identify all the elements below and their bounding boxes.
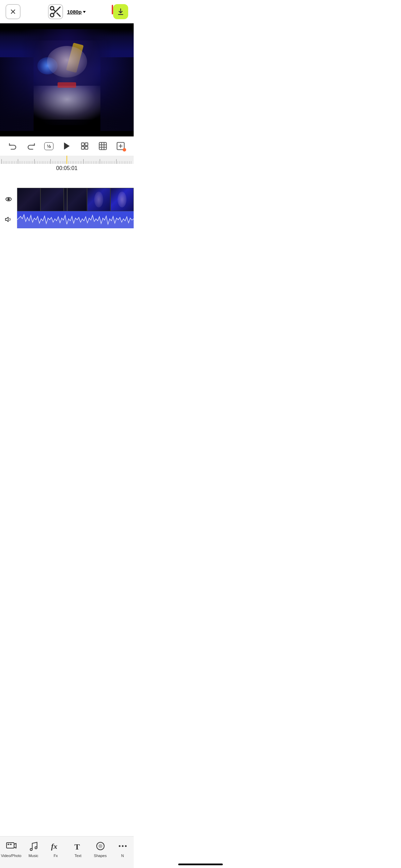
undo-button[interactable]: [7, 140, 19, 152]
center-controls: 1080p: [48, 4, 86, 19]
svg-rect-9: [85, 143, 88, 146]
waveform-svg: [17, 211, 134, 228]
add-overlay-button[interactable]: [114, 140, 127, 152]
face: [47, 46, 87, 77]
frame-2: [40, 188, 64, 211]
orange-dot-indicator: [123, 148, 126, 152]
waveform-display: [17, 211, 134, 228]
scissors-button[interactable]: [48, 4, 63, 19]
timeline-area[interactable]: [0, 174, 134, 269]
timeline-top-space: [0, 174, 134, 188]
speed-display: ¹⁄₂: [44, 142, 54, 150]
transform-button[interactable]: [78, 140, 91, 152]
ruler-tick: [131, 161, 133, 164]
video-track-eye-button[interactable]: [4, 195, 13, 204]
svg-line-5: [57, 13, 60, 16]
frame-4: [87, 188, 110, 211]
quality-label: 1080p: [67, 9, 82, 15]
svg-marker-7: [64, 143, 70, 150]
crop-button[interactable]: [97, 140, 109, 152]
chevron-down-icon: [83, 11, 86, 13]
video-frame: [0, 23, 134, 136]
close-button[interactable]: [5, 4, 21, 19]
speed-label: ¹⁄₂: [47, 144, 51, 149]
frame-1: [17, 188, 40, 211]
playhead-ruler-line: [66, 156, 67, 164]
edit-toolbar: ¹⁄₂: [0, 136, 134, 156]
video-track-eye-container: [0, 188, 17, 211]
frame-5: [110, 188, 134, 211]
track-playhead: [67, 188, 68, 211]
video-preview: [0, 23, 134, 136]
cloak-right: [100, 57, 134, 131]
export-button[interactable]: [113, 4, 128, 19]
speed-button[interactable]: ¹⁄₂: [43, 141, 55, 152]
audio-track-speaker-container: [0, 211, 17, 228]
record-indicator: [112, 5, 113, 14]
red-ribbon: [58, 82, 76, 88]
svg-point-21: [8, 198, 9, 200]
play-button[interactable]: [61, 140, 73, 152]
top-bar: 1080p: [0, 0, 134, 23]
video-track[interactable]: [0, 188, 134, 211]
svg-rect-11: [85, 146, 88, 149]
cloak-left: [0, 57, 34, 131]
outfit-white: [34, 86, 100, 120]
video-frames-strip: [17, 188, 134, 211]
timecode-display: 00:05:01: [0, 164, 134, 174]
svg-marker-22: [5, 217, 8, 221]
quality-button[interactable]: 1080p: [67, 9, 86, 15]
timeline-bottom-spacer: [0, 228, 134, 269]
redo-button[interactable]: [25, 140, 37, 152]
timecode-value: 00:05:01: [56, 165, 77, 171]
speaker-button[interactable]: [4, 215, 13, 225]
audio-track[interactable]: [0, 211, 134, 228]
timeline-ruler[interactable]: [0, 156, 134, 164]
svg-rect-10: [82, 146, 84, 149]
svg-rect-8: [82, 143, 84, 146]
svg-line-6: [53, 10, 55, 12]
svg-rect-12: [99, 143, 106, 150]
